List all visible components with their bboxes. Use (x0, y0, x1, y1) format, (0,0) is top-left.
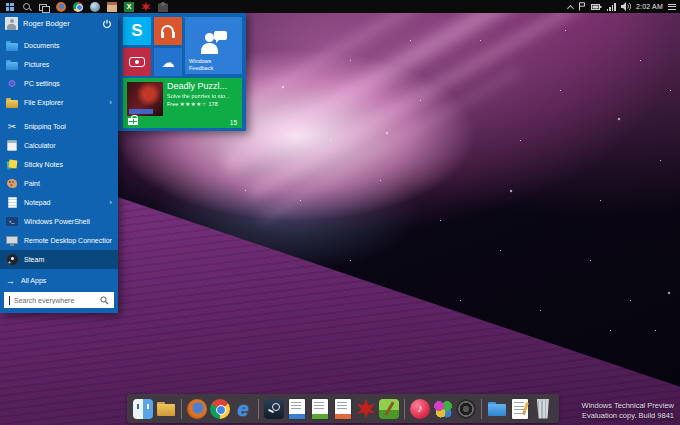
itunes-icon[interactable]: ♪ (410, 399, 430, 419)
color-circles-icon[interactable] (433, 399, 453, 419)
taskbar: X 2:02 AM (0, 0, 680, 13)
menu-item-steam[interactable]: Steam (0, 250, 118, 269)
menu-item-sticky-notes[interactable]: Sticky Notes (0, 155, 118, 174)
red-star-game-icon[interactable] (356, 399, 376, 419)
calculator-icon (6, 139, 18, 152)
action-center-flag-icon[interactable] (578, 2, 586, 11)
spreadsheet-app-icon[interactable]: X (124, 2, 134, 12)
app-thumbnail (127, 82, 163, 116)
start-menu-tiles: S Windows Feedback ☁ Deadly Puzzl... Sol… (118, 13, 246, 131)
start-menu: Roger Bodger Documents Pictures ⚙ PC set… (0, 13, 118, 313)
menu-item-file-explorer[interactable]: File Explorer › (0, 93, 118, 112)
speech-bubble-icon (214, 31, 227, 40)
globe-browser-icon[interactable] (90, 2, 100, 12)
sticky-notes-icon (6, 158, 18, 171)
start-button[interactable] (4, 1, 15, 12)
menu-item-documents[interactable]: Documents (0, 36, 118, 55)
tile-video[interactable] (123, 48, 151, 76)
store-front-icon[interactable] (107, 2, 117, 12)
tile-store[interactable]: Deadly Puzzl... Solve the puzzles to sto… (123, 78, 242, 128)
store-update-count: 15 (230, 119, 237, 126)
dock-separator (258, 399, 259, 419)
folder-icon (6, 58, 18, 71)
dock: e ♪ (127, 394, 559, 423)
menu-item-remote-desktop[interactable]: Remote Desktop Connection (0, 231, 118, 250)
gear-icon: ⚙ (6, 77, 18, 90)
skype-logo: S (131, 21, 142, 41)
menu-item-snipping-tool[interactable]: ✂ Snipping Tool (0, 117, 118, 136)
system-tray: 2:02 AM (567, 2, 676, 11)
steam-icon (6, 253, 18, 266)
profile-app-icon[interactable] (158, 3, 168, 12)
text-caret (9, 296, 10, 305)
start-menu-items: Documents Pictures ⚙ PC settings File Ex… (0, 33, 118, 272)
cloud-icon: ☁ (162, 55, 175, 70)
dock-separator (481, 399, 482, 419)
writer-document-icon[interactable] (289, 399, 305, 419)
calc-document-icon[interactable] (312, 399, 328, 419)
blue-folder-icon[interactable] (487, 399, 507, 419)
store-app-subtitle: Solve the puzzles to sto... (167, 93, 230, 99)
dock-separator (181, 399, 182, 419)
notepad-icon (6, 196, 18, 209)
monitor-icon (6, 234, 18, 247)
dock-separator (404, 399, 405, 419)
search-input[interactable] (14, 297, 96, 304)
menu-item-notepad[interactable]: Notepad › (0, 193, 118, 212)
tile-label: Windows Feedback (189, 58, 223, 71)
chevron-right-icon: › (109, 198, 112, 207)
impress-document-icon[interactable] (335, 399, 351, 419)
finder-icon[interactable] (133, 399, 153, 419)
power-icon[interactable] (102, 19, 112, 29)
rating-stars: ★★★★☆ (180, 101, 207, 107)
internet-explorer-icon[interactable]: e (233, 399, 253, 419)
trash-icon[interactable] (536, 399, 550, 419)
network-signal-icon[interactable] (607, 3, 616, 11)
task-view-icon[interactable] (39, 2, 49, 12)
tile-music[interactable] (154, 17, 182, 45)
magnifier-icon[interactable] (100, 296, 109, 305)
palette-icon (6, 177, 18, 190)
orange-folder-icon[interactable] (156, 399, 176, 419)
search-icon[interactable] (22, 2, 32, 12)
lawn-game-icon[interactable] (379, 399, 399, 419)
user-avatar[interactable] (5, 17, 18, 30)
show-hidden-icons-icon[interactable] (567, 4, 573, 10)
steam-icon[interactable] (264, 399, 284, 419)
powershell-icon (6, 215, 18, 228)
menu-item-pc-settings[interactable]: ⚙ PC settings (0, 74, 118, 93)
user-name[interactable]: Roger Bodger (23, 19, 97, 28)
tile-skype[interactable]: S (123, 17, 151, 45)
search-box[interactable] (4, 292, 114, 308)
firefox-icon[interactable] (187, 399, 207, 419)
watermark-line1: Windows Technical Preview (582, 401, 674, 411)
start-menu-header: Roger Bodger (0, 13, 118, 33)
clock[interactable]: 2:02 AM (636, 3, 663, 10)
text-editor-icon[interactable] (512, 399, 528, 419)
arrow-right-icon: → (6, 276, 15, 286)
firefox-icon[interactable] (56, 2, 66, 12)
red-star-game-icon[interactable] (141, 2, 151, 12)
menu-item-windows-powershell[interactable]: Windows PowerShell (0, 212, 118, 231)
tile-windows-feedback[interactable]: Windows Feedback (185, 17, 242, 74)
feedback-person-icon (201, 31, 227, 57)
build-watermark: Windows Technical Preview Evaluation cop… (582, 401, 674, 421)
menu-list-icon[interactable] (668, 4, 676, 10)
video-icon (129, 57, 145, 67)
headphones-icon (161, 25, 174, 34)
store-app-title: Deadly Puzzl... (167, 81, 227, 91)
volume-icon[interactable] (621, 2, 631, 11)
scissors-icon: ✂ (6, 120, 18, 133)
dark-wheel-icon[interactable] (456, 399, 476, 419)
chrome-icon[interactable] (210, 399, 230, 419)
tile-onedrive[interactable]: ☁ (154, 48, 182, 76)
store-app-rating: Free ★★★★☆ 178 (167, 101, 218, 107)
folder-icon (6, 39, 18, 52)
chrome-icon[interactable] (73, 2, 83, 12)
all-apps-button[interactable]: → All Apps (0, 272, 118, 289)
menu-item-calculator[interactable]: Calculator (0, 136, 118, 155)
battery-icon[interactable] (591, 3, 602, 11)
menu-item-pictures[interactable]: Pictures (0, 55, 118, 74)
aurora-ray (258, 66, 523, 225)
menu-item-paint[interactable]: Paint (0, 174, 118, 193)
